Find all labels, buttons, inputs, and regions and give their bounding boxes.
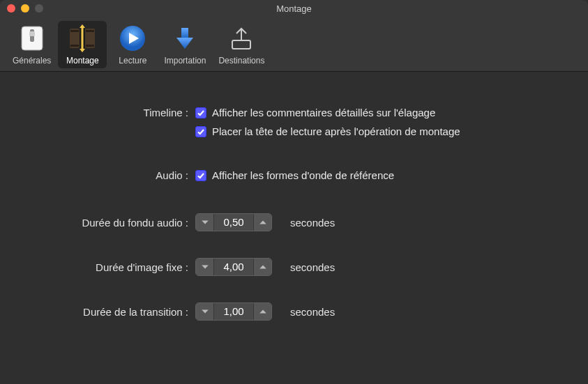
transition-stepper[interactable]: 1,00 [195, 302, 272, 321]
svg-rect-12 [181, 28, 188, 39]
chevron-down-icon[interactable] [196, 259, 214, 275]
checkbox-label: Afficher les formes d'onde de référence [212, 169, 394, 181]
audio-fade-label: Durée du fondu audio : [21, 217, 195, 229]
svg-rect-13 [232, 40, 250, 49]
timeline-label: Timeline : [21, 107, 195, 118]
chevron-up-icon[interactable] [253, 303, 271, 320]
close-icon[interactable] [7, 4, 15, 13]
svg-rect-5 [70, 30, 79, 32]
tab-general[interactable]: Générales [7, 21, 56, 68]
transition-label: Durée de la transition : [21, 306, 195, 318]
minimize-icon[interactable] [21, 4, 29, 13]
row-timeline-2: Placer la tête de lecture après l'opérat… [21, 125, 567, 137]
still-image-label: Durée d'image fixe : [21, 261, 195, 273]
still-image-value[interactable]: 4,00 [214, 259, 253, 275]
tab-label: Destinations [218, 56, 264, 66]
tab-label: Lecture [119, 56, 146, 66]
preferences-toolbar: Générales Montage Lecture [0, 17, 588, 72]
tab-label: Générales [13, 56, 51, 66]
svg-rect-6 [70, 45, 79, 47]
svg-rect-10 [82, 26, 84, 51]
audio-label: Audio : [21, 169, 195, 181]
checkbox-label: Afficher les commentaires détaillés sur … [212, 107, 435, 118]
editing-icon [66, 22, 98, 54]
svg-rect-8 [86, 45, 94, 47]
unit-label: secondes [290, 306, 335, 318]
checkbox-audio-ref-waveforms[interactable] [195, 170, 206, 181]
destinations-icon [225, 22, 257, 54]
transition-value[interactable]: 1,00 [214, 303, 253, 320]
preferences-content: Timeline : Afficher les commentaires dét… [0, 72, 588, 341]
checkbox-label: Placer la tête de lecture après l'opérat… [212, 125, 460, 137]
svg-rect-2 [29, 31, 35, 36]
tab-import[interactable]: Importation [158, 21, 211, 68]
svg-rect-7 [86, 30, 94, 32]
still-image-stepper[interactable]: 4,00 [195, 258, 272, 276]
chevron-up-icon[interactable] [253, 214, 271, 231]
row-audio: Audio : Afficher les formes d'onde de ré… [21, 169, 567, 181]
chevron-down-icon[interactable] [196, 214, 214, 231]
general-icon [16, 22, 48, 54]
zoom-icon[interactable] [35, 4, 43, 13]
window-title: Montage [0, 3, 588, 14]
tab-playback[interactable]: Lecture [108, 21, 157, 68]
chevron-up-icon[interactable] [253, 259, 271, 275]
titlebar: Montage [0, 0, 588, 17]
playback-icon [116, 22, 149, 54]
row-audio-fade: Durée du fondu audio : 0,50 secondes [21, 213, 567, 231]
row-timeline-1: Timeline : Afficher les commentaires dét… [21, 107, 567, 118]
checkbox-timeline-playhead[interactable] [195, 126, 206, 137]
tab-label: Montage [66, 56, 99, 66]
chevron-down-icon[interactable] [196, 303, 214, 320]
window-controls [7, 4, 43, 13]
row-transition: Durée de la transition : 1,00 secondes [21, 302, 567, 321]
import-icon [169, 22, 201, 54]
checkbox-timeline-trim-info[interactable] [195, 107, 206, 118]
row-still-image: Durée d'image fixe : 4,00 secondes [21, 258, 567, 276]
audio-fade-stepper[interactable]: 0,50 [195, 213, 272, 231]
audio-fade-value[interactable]: 0,50 [214, 214, 253, 231]
tab-editing[interactable]: Montage [58, 21, 107, 68]
unit-label: secondes [290, 217, 335, 229]
unit-label: secondes [290, 261, 335, 273]
tab-destinations[interactable]: Destinations [213, 21, 270, 68]
tab-label: Importation [164, 56, 206, 66]
